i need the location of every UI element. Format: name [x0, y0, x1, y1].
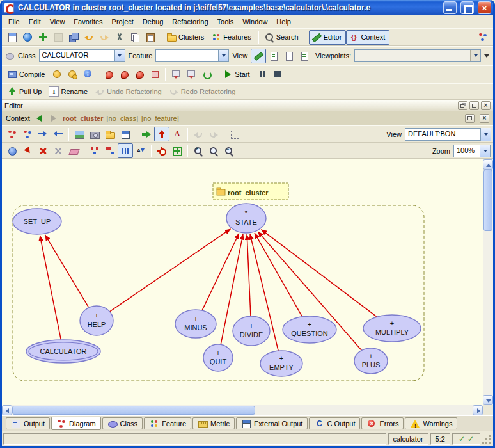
menu-project[interactable]: Project	[107, 17, 138, 27]
ignore-breakpoints-button[interactable]	[147, 67, 162, 82]
step-over-button[interactable]	[168, 67, 184, 82]
add-class-tool-button[interactable]	[4, 143, 20, 158]
diagram-view-combo[interactable]: DEFAULT:BON	[405, 128, 480, 141]
scroll-up-button[interactable]	[483, 159, 493, 170]
editor-float-button[interactable]	[458, 101, 468, 110]
toolbar-overflow-button[interactable]	[482, 50, 491, 61]
title-bar[interactable]: CALCULATOR in cluster root_cluster locat…	[2, 0, 493, 15]
zoom-fit-button[interactable]	[206, 143, 221, 158]
diagram-redo-button[interactable]	[206, 127, 221, 141]
context-maximize-button[interactable]	[465, 114, 475, 123]
viewpoints-combo[interactable]	[354, 49, 481, 62]
menu-debug[interactable]: Debug	[138, 17, 168, 27]
up-level-button[interactable]	[154, 127, 169, 141]
view-editor-button[interactable]	[251, 49, 266, 63]
text-labels-button[interactable]: A	[169, 127, 185, 141]
cut-button[interactable]	[112, 30, 127, 45]
class-node-plus[interactable]: +PLUS	[354, 348, 388, 374]
view-clickable-button[interactable]	[281, 49, 297, 63]
open-button[interactable]	[20, 30, 35, 45]
context-cluster[interactable]: root_cluster	[63, 115, 104, 122]
paste-button[interactable]	[143, 30, 158, 45]
class-node-empty[interactable]: +EMPTY	[260, 351, 302, 376]
project-info-button[interactable]: i	[80, 67, 95, 82]
go-to-button[interactable]	[139, 127, 154, 141]
context-close-button[interactable]: ×	[480, 114, 489, 123]
tab-class[interactable]: Class	[102, 417, 143, 429]
stop-button[interactable]	[270, 67, 285, 82]
context-back-button[interactable]	[33, 113, 45, 124]
tab-external-output[interactable]: External Output	[236, 417, 308, 429]
add-item-button[interactable]	[35, 30, 51, 45]
tab-metric[interactable]: Metric	[192, 417, 235, 429]
diagram-canvas[interactable]: root_clusterSET_UP*STATE+HELPCALCULATOR+…	[2, 159, 483, 405]
start-button[interactable]: Start	[220, 67, 254, 82]
export-png-button[interactable]	[72, 127, 87, 141]
step-into-button[interactable]	[184, 67, 199, 82]
class-node-calculator[interactable]: CALCULATOR	[26, 340, 100, 363]
undo-refactoring-button[interactable]: Undo Refactoring	[92, 84, 166, 99]
class-node-state[interactable]: *STATE	[226, 204, 266, 233]
erase-button[interactable]	[66, 143, 81, 158]
bon-view-button[interactable]	[4, 127, 20, 141]
diagram-view-combo-arrow[interactable]	[480, 128, 491, 141]
rename-button[interactable]: IRename	[46, 84, 92, 99]
cluster-label[interactable]: root_cluster	[213, 183, 288, 200]
delete-button[interactable]	[35, 143, 51, 158]
fit-to-screen-button[interactable]	[169, 143, 185, 158]
selection-frame-button[interactable]	[227, 127, 242, 141]
layout-tree-button[interactable]	[87, 143, 102, 158]
scroll-track[interactable]	[255, 405, 473, 415]
scroll-track[interactable]	[483, 231, 493, 395]
pull-up-button[interactable]: Pull Up	[4, 84, 46, 99]
editor-maximize-button[interactable]	[469, 101, 479, 110]
class-combo-arrow[interactable]	[114, 50, 125, 61]
view-flat-button[interactable]	[266, 49, 281, 63]
menu-edit[interactable]: Edit	[24, 17, 45, 27]
search-button[interactable]: Search	[262, 30, 303, 45]
show-inheritance-button[interactable]	[51, 127, 66, 141]
scroll-right-button[interactable]	[473, 405, 483, 415]
horizontal-scroll-thumb[interactable]	[12, 406, 255, 415]
compile-button[interactable]: Compile	[4, 67, 49, 82]
redo-button[interactable]	[97, 30, 112, 45]
class-node-set_up[interactable]: SET_UP	[13, 209, 61, 234]
tab-c-output[interactable]: CC Output	[309, 417, 360, 429]
editor-toggle-button[interactable]: Editor	[309, 30, 347, 45]
melt-button[interactable]	[199, 67, 214, 82]
zoom-in-button[interactable]: +	[191, 143, 206, 158]
uml-view-button[interactable]	[20, 127, 35, 141]
pause-button[interactable]	[255, 67, 270, 82]
window-layout-button[interactable]	[475, 30, 491, 45]
menu-window[interactable]: Window	[238, 17, 272, 27]
scroll-left-button[interactable]	[2, 405, 12, 415]
inheritance-link-divide-to-state[interactable]	[247, 234, 251, 316]
menu-view[interactable]: View	[45, 17, 70, 27]
class-node-multiply[interactable]: +MULTIPLY	[363, 315, 421, 342]
view-contracts-button[interactable]	[297, 49, 312, 63]
viewpoints-combo-arrow[interactable]	[470, 50, 480, 61]
layout-alt-button[interactable]	[102, 143, 118, 158]
tab-feature[interactable]: Feature	[144, 417, 191, 429]
undo-button[interactable]	[81, 30, 97, 45]
zoom-combo-arrow[interactable]	[480, 145, 490, 157]
context-forward-button[interactable]	[48, 113, 59, 124]
diagram-undo-button[interactable]	[191, 127, 206, 141]
horizontal-scrollbar[interactable]	[2, 405, 483, 415]
menu-help[interactable]: Help	[272, 17, 295, 27]
debug-breakpoints-button[interactable]	[116, 67, 132, 82]
save-all-button[interactable]	[66, 30, 81, 45]
class-node-question[interactable]: +QUESTION	[283, 316, 336, 343]
new-view-button[interactable]	[118, 127, 133, 141]
class-combo[interactable]: CALCULATOR	[39, 49, 125, 62]
center-on-selection-button[interactable]	[154, 143, 169, 158]
sort-button[interactable]: A	[133, 143, 148, 158]
inheritance-link-multiply-to-state[interactable]	[261, 230, 377, 317]
class-node-divide[interactable]: +DIVIDE	[233, 316, 270, 346]
zoom-combo[interactable]: 100%	[453, 145, 491, 157]
close-button[interactable]: ×	[478, 1, 491, 14]
debug-run-button[interactable]	[101, 67, 116, 82]
minimize-button[interactable]	[443, 1, 457, 14]
print-button[interactable]	[87, 127, 102, 141]
zoom-out-button[interactable]: −	[221, 143, 237, 158]
